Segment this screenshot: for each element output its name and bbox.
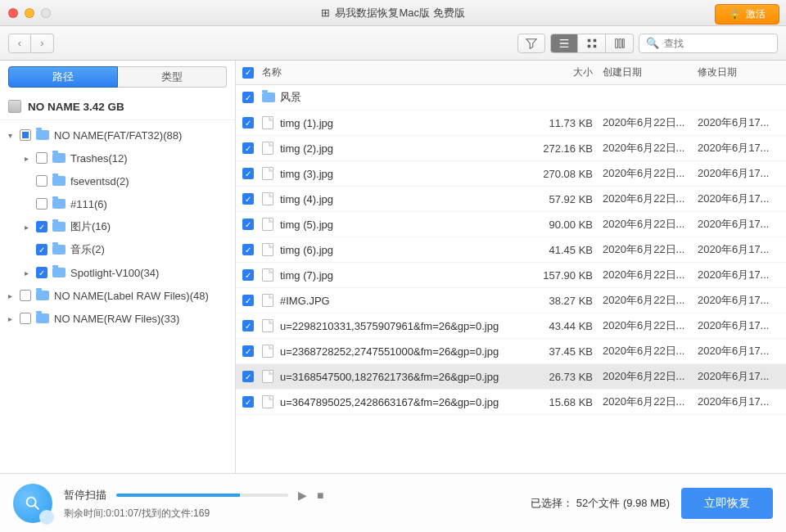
file-icon — [262, 319, 273, 332]
row-checkbox[interactable]: ✓ — [242, 269, 254, 281]
row-checkbox[interactable]: ✓ — [242, 371, 254, 382]
selection-info: 已选择： 52个文件 (9.98 MB) — [531, 496, 670, 511]
file-icon — [262, 294, 273, 307]
disclosure-triangle[interactable]: ▸ — [21, 154, 31, 163]
tree-label: fseventsd(2) — [70, 175, 129, 187]
file-row[interactable]: ✓风景 — [236, 85, 786, 110]
tree-label: NO NAME(RAW Files)(33) — [54, 313, 179, 325]
file-row[interactable]: ✓u=2298210331,3575907961&fm=26&gp=0.jpg4… — [236, 313, 786, 339]
scan-status-text: 暂停扫描 — [64, 488, 106, 503]
row-checkbox[interactable]: ✓ — [242, 345, 254, 357]
file-created-date: 2020年6月22日... — [603, 318, 698, 333]
stop-button[interactable]: ■ — [317, 489, 323, 502]
disclosure-triangle[interactable]: ▸ — [21, 223, 31, 232]
app-icon: ⊞ — [321, 7, 330, 19]
nav-back-button[interactable]: ‹ — [8, 34, 31, 53]
tree-checkbox[interactable] — [36, 152, 47, 164]
search-input[interactable] — [664, 38, 786, 49]
file-created-date: 2020年6月22日... — [603, 394, 698, 409]
file-row[interactable]: ✓u=3168547500,1827621736&fm=26&gp=0.jpg2… — [236, 364, 786, 390]
tree-checkbox[interactable] — [20, 290, 31, 301]
nav-forward-button[interactable]: › — [31, 34, 54, 53]
tree-checkbox[interactable]: ✓ — [36, 244, 47, 255]
tree-checkbox[interactable] — [20, 129, 31, 141]
view-list-button[interactable] — [550, 34, 578, 53]
recover-button[interactable]: 立即恢复 — [681, 488, 773, 519]
tree-checkbox[interactable]: ✓ — [36, 221, 47, 232]
file-size: 41.45 KB — [537, 244, 603, 256]
disclosure-triangle[interactable]: ▸ — [5, 314, 15, 323]
file-modified-date: 2020年6月17... — [698, 369, 786, 384]
file-icon — [262, 345, 273, 358]
activate-button[interactable]: 🔒 激活 — [715, 4, 779, 25]
file-row[interactable]: ✓timg (5).jpg90.00 KB2020年6月22日...2020年6… — [236, 212, 786, 237]
col-header-name[interactable]: 名称 — [262, 65, 537, 79]
row-checkbox[interactable]: ✓ — [242, 117, 254, 128]
tree-row[interactable]: ✓音乐(2) — [0, 238, 235, 261]
tree-checkbox[interactable] — [36, 175, 47, 187]
tree-checkbox[interactable]: ✓ — [36, 267, 47, 278]
row-checkbox[interactable]: ✓ — [242, 396, 254, 408]
file-row[interactable]: ✓timg (4).jpg57.92 KB2020年6月22日...2020年6… — [236, 187, 786, 212]
tree-row[interactable]: ▸✓Spotlight-V100(34) — [0, 261, 235, 284]
row-checkbox[interactable]: ✓ — [242, 295, 254, 306]
file-row[interactable]: ✓timg (6).jpg41.45 KB2020年6月22日...2020年6… — [236, 237, 786, 263]
col-header-created[interactable]: 创建日期 — [603, 65, 698, 79]
col-header-size[interactable]: 大小 — [537, 65, 603, 79]
disclosure-triangle[interactable]: ▾ — [5, 131, 15, 140]
file-name: timg (7).jpg — [280, 269, 537, 282]
scan-progress-bar — [116, 494, 288, 497]
tab-type[interactable]: 类型 — [118, 66, 227, 88]
file-row[interactable]: ✓timg (1).jpg11.73 KB2020年6月22日...2020年6… — [236, 110, 786, 136]
minimize-window-button[interactable] — [25, 8, 34, 18]
tree-row[interactable]: fseventsd(2) — [0, 169, 235, 192]
row-checkbox[interactable]: ✓ — [242, 244, 254, 255]
col-header-modified[interactable]: 修改日期 — [698, 65, 786, 79]
tree-row[interactable]: ▸✓图片(16) — [0, 215, 235, 238]
file-size: 57.92 KB — [537, 193, 603, 205]
tree-row[interactable]: ▸Trashes(12) — [0, 147, 235, 169]
file-row[interactable]: ✓u=2368728252,2747551000&fm=26&gp=0.jpg3… — [236, 339, 786, 364]
tree-row[interactable]: ▸NO NAME(RAW Files)(33) — [0, 307, 235, 330]
filter-button[interactable] — [517, 34, 545, 53]
svg-rect-3 — [593, 44, 596, 47]
row-checkbox[interactable]: ✓ — [242, 193, 254, 205]
tree-checkbox[interactable] — [36, 198, 47, 210]
tree-row[interactable]: ▾NO NAME(FAT/FAT32)(88) — [0, 124, 235, 147]
file-icon — [262, 116, 273, 129]
close-window-button[interactable] — [8, 8, 18, 18]
disclosure-triangle[interactable]: ▸ — [5, 291, 15, 300]
view-column-button[interactable] — [606, 34, 634, 53]
file-row[interactable]: ✓#IMG.JPG38.27 KB2020年6月22日...2020年6月17.… — [236, 288, 786, 313]
tree-label: NO NAME(Label RAW Files)(48) — [54, 290, 209, 302]
row-checkbox[interactable]: ✓ — [242, 320, 254, 331]
main-area: 路径 类型 NO NAME 3.42 GB ▾NO NAME(FAT/FAT32… — [0, 61, 786, 473]
svg-rect-1 — [593, 38, 596, 42]
file-modified-date: 2020年6月17... — [698, 268, 786, 282]
row-checkbox[interactable]: ✓ — [242, 219, 254, 230]
file-icon — [262, 218, 273, 231]
tree-checkbox[interactable] — [20, 313, 31, 324]
file-size: 270.08 KB — [537, 168, 603, 180]
row-checkbox[interactable]: ✓ — [242, 142, 254, 154]
row-checkbox[interactable]: ✓ — [242, 168, 254, 179]
file-icon — [262, 370, 273, 383]
file-list: ✓风景✓timg (1).jpg11.73 KB2020年6月22日...202… — [236, 85, 786, 473]
disclosure-triangle[interactable]: ▸ — [21, 268, 31, 277]
grid-icon — [586, 38, 598, 49]
row-checkbox[interactable]: ✓ — [242, 92, 254, 103]
file-row[interactable]: ✓timg (2).jpg272.16 KB2020年6月22日...2020年… — [236, 136, 786, 161]
search-box[interactable]: 🔍 — [639, 34, 778, 53]
view-grid-button[interactable] — [578, 34, 606, 53]
tree-row[interactable]: ▸NO NAME(Label RAW Files)(48) — [0, 284, 235, 307]
play-button[interactable]: ▶ — [298, 489, 307, 502]
tree-row[interactable]: #111(6) — [0, 192, 235, 215]
file-row[interactable]: ✓timg (3).jpg270.08 KB2020年6月22日...2020年… — [236, 161, 786, 187]
file-created-date: 2020年6月22日... — [603, 166, 698, 181]
maximize-window-button[interactable] — [41, 8, 51, 18]
file-row[interactable]: ✓u=3647895025,2428663167&fm=26&gp=0.jpg1… — [236, 390, 786, 415]
file-row[interactable]: ✓timg (7).jpg157.90 KB2020年6月22日...2020年… — [236, 263, 786, 288]
tab-path[interactable]: 路径 — [8, 66, 118, 88]
select-all-checkbox[interactable]: ✓ — [242, 67, 254, 79]
search-icon: 🔍 — [646, 37, 659, 49]
